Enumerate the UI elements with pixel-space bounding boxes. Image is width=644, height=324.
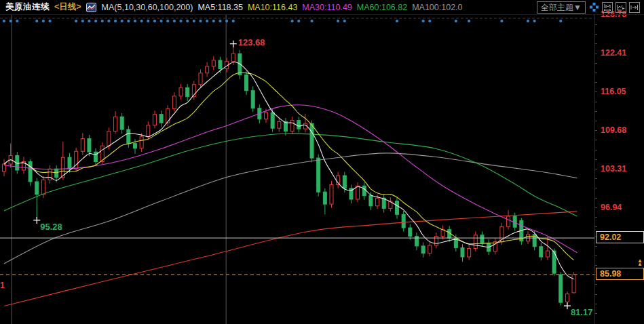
candle-up[interactable] xyxy=(61,142,64,180)
candle-down[interactable] xyxy=(539,243,543,260)
candle-down[interactable] xyxy=(421,243,425,258)
event-dot[interactable] xyxy=(101,20,104,22)
goto-latest-icon[interactable] xyxy=(629,2,640,13)
candle-down[interactable] xyxy=(409,224,412,240)
event-dot[interactable] xyxy=(160,20,163,22)
candle-up[interactable] xyxy=(179,84,183,100)
event-dot[interactable] xyxy=(88,20,90,22)
event-dot[interactable] xyxy=(147,20,149,22)
candle-down[interactable] xyxy=(94,148,98,166)
move-layout-icon[interactable] xyxy=(588,2,599,13)
candle-up[interactable] xyxy=(114,111,117,134)
event-dot[interactable] xyxy=(343,20,346,22)
event-dot[interactable] xyxy=(42,20,45,22)
candle-down[interactable] xyxy=(35,178,39,218)
event-dot[interactable] xyxy=(10,20,12,22)
event-dot[interactable] xyxy=(559,20,562,22)
candle-down[interactable] xyxy=(402,211,405,231)
candle-up[interactable] xyxy=(212,56,215,70)
candle-down[interactable] xyxy=(415,232,418,250)
event-dot[interactable] xyxy=(212,20,215,22)
candle-down[interactable] xyxy=(480,231,484,246)
event-dot[interactable] xyxy=(297,20,300,22)
candle-up[interactable] xyxy=(330,181,333,207)
candle-up[interactable] xyxy=(303,114,307,133)
event-dot[interactable] xyxy=(291,20,294,22)
candle-down[interactable] xyxy=(297,117,301,132)
drawn-line-price-label[interactable]: 92.02 xyxy=(596,231,644,243)
candle-up[interactable] xyxy=(140,133,143,152)
event-dot[interactable] xyxy=(134,20,136,22)
event-dot[interactable] xyxy=(16,20,18,22)
candle-down[interactable] xyxy=(251,86,254,112)
event-dot[interactable] xyxy=(153,20,156,22)
theme-dropdown-button[interactable]: 全部主题▼ xyxy=(537,1,586,14)
period-label[interactable]: <日线> xyxy=(54,1,81,13)
candle-down[interactable] xyxy=(88,135,91,156)
event-dot[interactable] xyxy=(422,20,425,22)
candle-down[interactable] xyxy=(284,118,287,136)
event-dot[interactable] xyxy=(186,20,189,22)
candle-up[interactable] xyxy=(337,172,340,188)
candle-up[interactable] xyxy=(474,231,477,251)
candle-up[interactable] xyxy=(172,92,176,112)
candle-up[interactable] xyxy=(81,133,84,155)
candle-up[interactable] xyxy=(356,182,360,203)
current-price-label[interactable]: 85.98 xyxy=(596,268,644,280)
event-dot[interactable] xyxy=(114,20,117,22)
candle-down[interactable] xyxy=(533,231,536,251)
event-dot[interactable] xyxy=(533,20,536,22)
candle-down[interactable] xyxy=(159,110,163,127)
candle-up[interactable] xyxy=(206,62,209,77)
instrument-title[interactable]: 美原油连续 xyxy=(5,1,50,13)
fit-width-icon[interactable] xyxy=(602,2,613,13)
candle-up[interactable] xyxy=(572,272,575,293)
candle-up[interactable] xyxy=(441,225,444,239)
event-dot[interactable] xyxy=(166,20,169,22)
candle-down[interactable] xyxy=(349,184,353,203)
candle-down[interactable] xyxy=(559,272,563,305)
price-axis[interactable]: 128.78122.41116.05109.68103.3196.9492.02… xyxy=(594,15,644,324)
event-dot[interactable] xyxy=(75,20,77,22)
candle-up[interactable] xyxy=(22,157,25,174)
candle-down[interactable] xyxy=(461,244,464,262)
event-dot[interactable] xyxy=(199,20,202,22)
event-dot[interactable] xyxy=(500,20,503,22)
candle-up[interactable] xyxy=(192,81,195,100)
event-dot[interactable] xyxy=(527,20,529,22)
event-dot[interactable] xyxy=(232,20,235,22)
overlay-chart-icon[interactable] xyxy=(86,2,97,13)
candle-up[interactable] xyxy=(3,159,6,176)
event-dot[interactable] xyxy=(173,20,176,22)
candle-down[interactable] xyxy=(317,155,320,197)
event-dot[interactable] xyxy=(127,20,130,22)
candle-up[interactable] xyxy=(290,117,294,134)
event-dot[interactable] xyxy=(455,20,457,22)
event-dot[interactable] xyxy=(35,20,38,22)
candle-up[interactable] xyxy=(48,165,52,184)
candle-up[interactable] xyxy=(434,232,438,248)
candle-up[interactable] xyxy=(199,69,202,87)
event-dot[interactable] xyxy=(107,20,110,22)
candle-up[interactable] xyxy=(493,238,497,254)
candle-down[interactable] xyxy=(245,71,248,95)
event-dot[interactable] xyxy=(179,20,182,22)
event-dot[interactable] xyxy=(428,20,431,22)
pan-right-icon[interactable] xyxy=(615,2,626,13)
candle-down[interactable] xyxy=(186,84,189,101)
candle-down[interactable] xyxy=(382,195,385,213)
event-dot[interactable] xyxy=(337,20,339,22)
candle-up[interactable] xyxy=(468,245,471,260)
event-dot[interactable] xyxy=(206,20,208,22)
candle-down[interactable] xyxy=(520,218,523,245)
candle-up[interactable] xyxy=(389,197,392,211)
candle-up[interactable] xyxy=(153,110,156,128)
candle-up[interactable] xyxy=(565,291,569,304)
event-dot[interactable] xyxy=(48,20,51,22)
candle-up[interactable] xyxy=(147,121,150,140)
event-dot[interactable] xyxy=(468,20,470,22)
event-dot[interactable] xyxy=(81,20,84,22)
candle-down[interactable] xyxy=(396,197,399,218)
event-dot[interactable] xyxy=(310,20,313,22)
candle-up[interactable] xyxy=(527,231,530,245)
